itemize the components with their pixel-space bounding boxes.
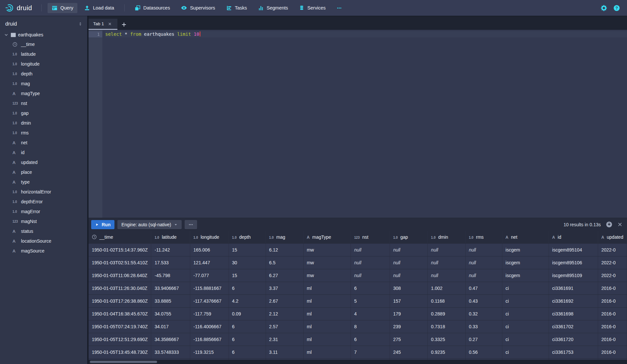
sidebar-column-deptherror[interactable]: 1.0depthError xyxy=(0,197,87,207)
table-cell[interactable]: -117.759 xyxy=(190,307,229,320)
nav-item-segments[interactable]: Segments xyxy=(254,3,292,13)
table-cell[interactable]: ci3361702 xyxy=(549,320,598,333)
table-cell[interactable]: 121.447 xyxy=(190,256,229,269)
table-cell[interactable]: 5 xyxy=(351,294,390,307)
table-cell[interactable]: 2016-0 xyxy=(598,282,627,294)
table-cell[interactable]: 34.3586667 xyxy=(151,333,190,346)
table-cell[interactable]: 157 xyxy=(390,294,427,307)
sidebar-column-nst[interactable]: 123nst xyxy=(0,98,87,108)
column-header-net[interactable]: Anet xyxy=(502,231,549,243)
table-cell[interactable]: 0.43 xyxy=(465,294,502,307)
column-header-depth[interactable]: 1.0depth xyxy=(229,231,266,243)
table-cell[interactable]: null xyxy=(351,256,390,269)
table-cell[interactable]: 245 xyxy=(390,346,427,358)
table-cell[interactable]: ml xyxy=(303,282,351,294)
table-cell[interactable]: mw xyxy=(303,256,351,269)
table-cell[interactable]: 2.67 xyxy=(266,294,303,307)
sidebar-column-dmin[interactable]: 1.0dmin xyxy=(0,118,87,128)
table-cell[interactable]: 0.2889 xyxy=(428,307,465,320)
table-cell[interactable]: null xyxy=(465,243,502,256)
table-cell[interactable]: 239 xyxy=(390,320,427,333)
table-cell[interactable]: 1950-01-05T13:45:48.730Z xyxy=(89,346,151,358)
column-header-mag[interactable]: 1.0mag xyxy=(266,231,303,243)
table-cell[interactable]: null xyxy=(390,243,427,256)
table-cell[interactable]: 1.002 xyxy=(428,282,465,294)
table-cell[interactable]: null xyxy=(428,243,465,256)
sidebar-column-status[interactable]: Astatus xyxy=(0,226,87,236)
engine-select[interactable]: Engine: auto (sql-native) xyxy=(117,220,182,229)
table-cell[interactable]: 2016-0 xyxy=(598,346,627,358)
table-cell[interactable]: 165.006 xyxy=(190,243,229,256)
table-cell[interactable]: 1950-01-02T15:14:37.960Z xyxy=(89,243,151,256)
nav-item-supervisors[interactable]: Supervisors xyxy=(177,3,219,13)
table-cell[interactable]: ci3361691 xyxy=(549,282,598,294)
column-header-latitude[interactable]: 1.0latitude xyxy=(151,231,190,243)
table-cell[interactable]: 6.5 xyxy=(266,256,303,269)
table-cell[interactable]: iscgem xyxy=(502,243,549,256)
table-cell[interactable]: 6.12 xyxy=(266,243,303,256)
table-cell[interactable]: -116.4006667 xyxy=(190,320,229,333)
table-cell[interactable]: 7 xyxy=(351,346,390,358)
table-cell[interactable]: ci xyxy=(502,333,549,346)
table-cell[interactable]: ml xyxy=(303,294,351,307)
table-cell[interactable]: mw xyxy=(303,243,351,256)
table-cell[interactable]: 15 xyxy=(229,243,266,256)
table-cell[interactable]: -115.8881667 xyxy=(190,282,229,294)
table-cell[interactable]: 1950-01-03T02:51:55.410Z xyxy=(89,256,151,269)
column-header-nst[interactable]: 123nst xyxy=(351,231,390,243)
table-cell[interactable]: ml xyxy=(303,307,351,320)
table-cell[interactable]: 1950-01-04T16:38:45.670Z xyxy=(89,307,151,320)
table-cell[interactable]: 0.47 xyxy=(465,282,502,294)
nav-item-tasks[interactable]: Tasks xyxy=(222,3,251,13)
table-cell[interactable]: 1950-01-03T11:26:30.040Z xyxy=(89,282,151,294)
sidebar-column-updated[interactable]: Aupdated xyxy=(0,157,87,167)
sql-editor[interactable]: 1 select * from earthquakes limit 10 xyxy=(89,30,627,218)
table-cell[interactable]: ci3361698 xyxy=(549,307,598,320)
table-cell[interactable]: 8 xyxy=(351,320,390,333)
table-cell[interactable]: 33.9406667 xyxy=(151,282,190,294)
help-icon[interactable]: ? xyxy=(614,5,620,11)
table-cell[interactable]: 1950-01-03T11:06:28.640Z xyxy=(89,269,151,282)
table-cell[interactable]: 6.27 xyxy=(266,269,303,282)
table-cell[interactable]: 3.37 xyxy=(266,282,303,294)
sidebar-column-magsource[interactable]: AmagSource xyxy=(0,246,87,256)
tab-1[interactable]: Tab 1 xyxy=(89,19,117,30)
horizontal-scrollbar-thumb[interactable] xyxy=(90,361,157,363)
table-cell[interactable]: 0.32 xyxy=(465,307,502,320)
table-cell[interactable]: 6 xyxy=(229,320,266,333)
table-cell[interactable]: 4 xyxy=(351,307,390,320)
table-cell[interactable]: ci3361692 xyxy=(549,294,598,307)
table-cell[interactable]: 30 xyxy=(229,256,266,269)
table-cell[interactable]: -116.8856667 xyxy=(190,333,229,346)
sort-icon[interactable] xyxy=(78,21,83,27)
table-cell[interactable]: 3.11 xyxy=(266,346,303,358)
table-cell[interactable]: 2.12 xyxy=(266,307,303,320)
table-cell[interactable]: 275 xyxy=(390,333,427,346)
table-cell[interactable]: -45.798 xyxy=(151,269,190,282)
table-cell[interactable]: 6 xyxy=(351,333,390,346)
table-cell[interactable]: 1950-01-05T07:24:19.740Z xyxy=(89,320,151,333)
table-cell[interactable]: null xyxy=(428,269,465,282)
sidebar-column-longitude[interactable]: 1.0longitude xyxy=(0,59,87,69)
table-cell[interactable]: ci xyxy=(502,307,549,320)
table-cell[interactable]: 6 xyxy=(229,333,266,346)
column-header-magtype[interactable]: AmagType xyxy=(303,231,351,243)
table-cell[interactable]: iscgem895109 xyxy=(549,269,598,282)
sidebar-column-depth[interactable]: 1.0depth xyxy=(0,69,87,79)
table-cell[interactable]: 6 xyxy=(351,282,390,294)
table-cell[interactable]: ci xyxy=(502,282,549,294)
sidebar-column-place[interactable]: Aplace xyxy=(0,167,87,177)
sidebar-column-locationsource[interactable]: AlocationSource xyxy=(0,236,87,246)
table-cell[interactable]: 2016-0 xyxy=(598,294,627,307)
table-cell[interactable]: 2022-0 xyxy=(598,269,627,282)
table-cell[interactable]: iscgem895106 xyxy=(549,256,598,269)
table-cell[interactable]: null xyxy=(390,256,427,269)
table-cell[interactable]: 6 xyxy=(229,282,266,294)
table-cell[interactable]: 34.0755 xyxy=(151,307,190,320)
run-button[interactable]: Run xyxy=(91,220,114,229)
table-cell[interactable]: 33.8885 xyxy=(151,294,190,307)
table-cell[interactable]: -11.242 xyxy=(151,243,190,256)
table-cell[interactable]: 0.7318 xyxy=(428,320,465,333)
column-header-gap[interactable]: 1.0gap xyxy=(390,231,427,243)
column-header-dmin[interactable]: 1.0dmin xyxy=(428,231,465,243)
